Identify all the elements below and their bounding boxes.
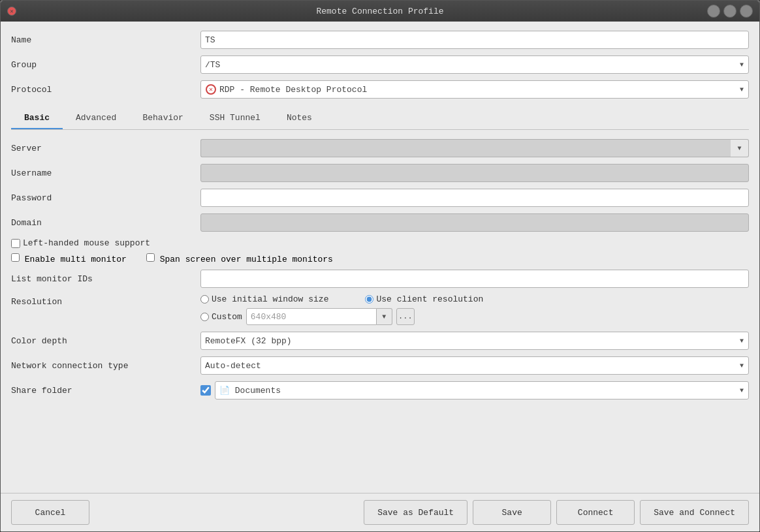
group-label: Group: [11, 60, 200, 70]
extra-button[interactable]: [740, 5, 753, 18]
username-input[interactable]: [200, 164, 749, 182]
list-monitor-ids-label: List monitor IDs: [11, 274, 200, 284]
share-folder-dropdown-wrapper: 📄 Documents: [215, 381, 749, 399]
close-button[interactable]: ✕: [7, 7, 16, 16]
color-depth-row: Color depth RemoteFX (32 bpp) 256 colors…: [11, 332, 749, 350]
left-handed-mouse-checkbox[interactable]: [11, 239, 20, 248]
server-input-container: ▼: [200, 139, 749, 157]
domain-row: Domain: [11, 213, 749, 232]
protocol-label: Protocol: [11, 85, 200, 95]
tab-ssh-tunnel[interactable]: SSH Tunnel: [197, 108, 274, 129]
window-controls: [707, 5, 753, 18]
save-button[interactable]: Save: [473, 500, 551, 525]
share-folder-checkbox[interactable]: [200, 385, 211, 396]
custom-resolution-ellipsis-button[interactable]: ...: [396, 308, 415, 325]
main-window: ✕ Remote Connection Profile Name Group /…: [0, 0, 760, 532]
multi-monitor-row: Enable multi monitor Span screen over mu…: [11, 253, 749, 264]
maximize-button[interactable]: [723, 5, 736, 18]
name-input[interactable]: [200, 31, 749, 49]
right-buttons: Save as Default Save Connect Save and Co…: [364, 500, 749, 525]
titlebar: ✕ Remote Connection Profile: [1, 1, 759, 22]
content-area: Name Group /TS Protocol RDP - Remote Des…: [1, 22, 759, 493]
username-label: Username: [11, 168, 200, 178]
protocol-row: Protocol RDP - Remote Desktop Protocol ✕: [11, 80, 749, 99]
network-connection-type-row: Network connection type Auto-detect Mode…: [11, 356, 749, 375]
server-dropdown-button[interactable]: ▼: [731, 139, 749, 157]
tab-basic[interactable]: Basic: [11, 108, 63, 129]
custom-input-wrapper: ▼: [246, 308, 392, 325]
use-client-resolution-label[interactable]: Use client resolution: [365, 294, 483, 304]
password-row: Password: [11, 189, 749, 207]
domain-label: Domain: [11, 218, 200, 228]
custom-resolution-dropdown-button[interactable]: ▼: [377, 308, 392, 325]
name-row: Name: [11, 31, 749, 49]
list-monitor-ids-row: List monitor IDs: [11, 270, 749, 288]
password-input[interactable]: [200, 189, 749, 207]
username-row: Username: [11, 164, 749, 182]
group-select[interactable]: /TS: [200, 55, 749, 74]
tab-content-basic: Server ▼ Username Password Domain: [11, 130, 749, 399]
left-handed-mouse-row: Left-handed mouse support: [11, 238, 749, 248]
share-folder-row: Share folder 📄 Documents: [11, 381, 749, 399]
custom-resolution-radio[interactable]: [200, 313, 209, 321]
save-connect-button[interactable]: Save and Connect: [640, 500, 749, 525]
tabs-container: Basic Advanced Behavior SSH Tunnel Notes: [11, 108, 749, 130]
span-screen-label[interactable]: Span screen over multiple monitors: [146, 253, 333, 264]
tab-behavior[interactable]: Behavior: [129, 108, 196, 129]
cancel-button[interactable]: Cancel: [11, 500, 89, 525]
bottom-buttons: Cancel Save as Default Save Connect Save…: [1, 493, 759, 531]
list-monitor-ids-input[interactable]: [200, 270, 749, 288]
server-input[interactable]: [200, 139, 731, 157]
use-initial-window-size-radio[interactable]: [200, 295, 209, 304]
domain-input[interactable]: [200, 213, 749, 232]
tab-advanced[interactable]: Advanced: [63, 108, 129, 129]
window-title: Remote Connection Profile: [316, 7, 443, 16]
group-row: Group /TS: [11, 55, 749, 74]
name-label: Name: [11, 35, 200, 45]
left-buttons: Cancel: [11, 500, 89, 525]
share-folder-label: Share folder: [11, 386, 200, 396]
resolution-line-1: Use initial window size Use client resol…: [200, 294, 749, 304]
minimize-button[interactable]: [707, 5, 720, 18]
enable-multi-monitor-checkbox[interactable]: [11, 253, 20, 262]
connect-button[interactable]: Connect: [556, 500, 635, 525]
color-depth-select[interactable]: RemoteFX (32 bpp) 256 colors (8 bpp) Hig…: [200, 332, 749, 350]
use-client-resolution-radio[interactable]: [365, 295, 373, 304]
titlebar-buttons: ✕: [7, 7, 16, 16]
enable-multi-monitor-label[interactable]: Enable multi monitor: [11, 253, 127, 264]
use-initial-window-size-label[interactable]: Use initial window size: [200, 294, 328, 304]
resolution-label: Resolution: [11, 294, 200, 307]
span-screen-checkbox[interactable]: [146, 253, 155, 262]
left-handed-mouse-label[interactable]: Left-handed mouse support: [11, 238, 150, 248]
share-folder-controls: 📄 Documents: [200, 381, 749, 399]
custom-resolution-row: Custom ▼ ...: [200, 308, 749, 325]
network-connection-type-label: Network connection type: [11, 361, 200, 371]
resolution-row: Resolution Use initial window size Use c…: [11, 294, 749, 325]
server-label: Server: [11, 144, 200, 153]
server-row: Server ▼: [11, 139, 749, 157]
custom-resolution-input[interactable]: [246, 308, 377, 325]
protocol-select[interactable]: RDP - Remote Desktop Protocol: [200, 80, 749, 99]
resolution-options: Use initial window size Use client resol…: [200, 294, 749, 325]
save-default-button[interactable]: Save as Default: [364, 500, 467, 525]
custom-resolution-label[interactable]: Custom: [200, 312, 242, 322]
network-connection-type-select[interactable]: Auto-detect Modem Broadband low Satellit…: [200, 356, 749, 375]
color-depth-label: Color depth: [11, 336, 200, 346]
tab-notes[interactable]: Notes: [274, 108, 325, 129]
password-label: Password: [11, 193, 200, 203]
share-folder-select[interactable]: 📄 Documents: [215, 381, 749, 399]
